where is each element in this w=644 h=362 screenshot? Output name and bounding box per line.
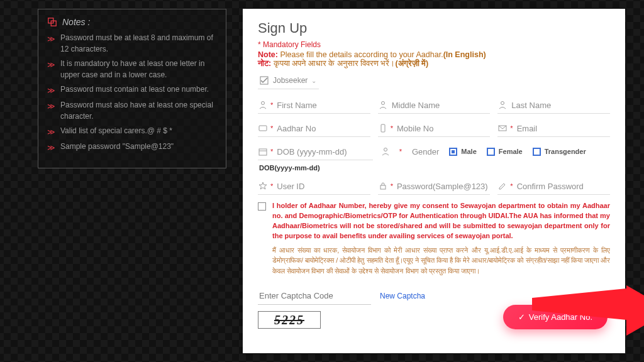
chevron-icon: ≫ (47, 101, 55, 122)
mail-icon (497, 123, 508, 133)
chevron-icon: ≫ (47, 33, 55, 55)
chevron-down-icon: ⌄ (311, 77, 316, 84)
person-icon (497, 100, 508, 110)
gender-trans[interactable]: Transgender (533, 148, 586, 156)
chevron-icon: ≫ (47, 59, 55, 80)
star-icon (258, 181, 268, 191)
pen-icon (497, 181, 508, 191)
notes-list: ≫Password must be at least 8 and maximum… (47, 32, 217, 153)
chevron-icon: ≫ (47, 85, 55, 96)
captcha-input[interactable] (258, 287, 371, 305)
note-item: It is mandatory to have at least one let… (60, 58, 217, 80)
consent-checkbox[interactable] (258, 202, 266, 211)
svg-point-5 (501, 102, 504, 105)
card-icon (258, 123, 268, 133)
middle-name-field[interactable]: Middle Name (378, 97, 491, 114)
password-field[interactable]: * Password(Sample@123) (378, 178, 491, 195)
userid-field[interactable]: * User ID (258, 178, 370, 195)
dob-field[interactable]: * DOB (yyyy-mm-dd) (258, 143, 373, 160)
gender-group: * Gender Male Female Transgender (380, 143, 610, 160)
new-captcha-link[interactable]: New Captcha (380, 292, 425, 300)
role-dropdown[interactable]: Jobseeker ⌄ (258, 74, 319, 89)
svg-point-3 (262, 102, 265, 105)
calendar-icon (258, 146, 268, 156)
note-item: Password must also have at least one spe… (60, 99, 217, 122)
check-icon: ✓ (518, 312, 525, 322)
chevron-icon: ≫ (47, 142, 55, 153)
page-title: Sign Up (258, 20, 610, 36)
note-item: Password must contain at least one numbe… (60, 84, 209, 96)
person-icon (380, 146, 391, 156)
first-name-field[interactable]: * First Name (258, 97, 370, 114)
role-label: Jobseeker (273, 76, 308, 85)
notes-icon (47, 17, 57, 27)
person-icon (258, 100, 268, 110)
aadhar-field[interactable]: * Aadhar No (258, 120, 370, 137)
mobile-field[interactable]: * Mobile No (378, 120, 491, 137)
checkbox-icon (533, 148, 541, 156)
captcha-image: 5225 (258, 311, 321, 329)
svg-point-4 (381, 102, 384, 105)
consent-text-en: I holder of Aadhaar Number, hereby give … (272, 201, 610, 241)
gender-female[interactable]: Female (487, 148, 523, 156)
note-hindi: नोट: कृपया अपने आधार के अनुसार विवरण भरे… (258, 59, 610, 69)
note-item: Valid list of special carers.@ # $ * (60, 125, 172, 138)
last-name-field[interactable]: Last Name (497, 97, 610, 114)
dob-hint: DOB(yyyy-mm-dd) (259, 164, 610, 172)
notes-title: Notes : (62, 17, 90, 27)
svg-rect-7 (381, 124, 385, 132)
checkbox-icon (449, 148, 457, 156)
svg-rect-6 (259, 126, 267, 131)
phone-icon (378, 123, 388, 133)
email-field[interactable]: * Email (497, 120, 610, 137)
verify-aadhar-button[interactable]: ✓ Verify Aadhar No. (503, 305, 608, 329)
notes-panel: Notes : ≫Password must be at least 8 and… (38, 9, 226, 168)
signup-card: Sign Up * Mandatory Fields Note: Please … (243, 9, 625, 353)
note-item: Password must be at least 8 and maximum … (60, 32, 217, 55)
person-icon (378, 100, 388, 110)
svg-rect-12 (380, 185, 386, 189)
checkbox-icon (487, 148, 495, 156)
gender-male[interactable]: Male (449, 148, 476, 156)
mandatory-text: * Mandatory Fields (258, 40, 610, 49)
confirm-password-field[interactable]: * Confirm Password (497, 178, 610, 195)
svg-point-11 (384, 148, 387, 151)
note-english: Note: Please fill the details according … (258, 50, 610, 59)
consent-text-hi: मैं आधार संख्या का धारक, सेवायोजन विभाग … (272, 245, 610, 277)
lock-icon (378, 181, 388, 191)
svg-rect-9 (259, 149, 267, 155)
note-item: Sample password "Sample@123" (60, 141, 174, 153)
chevron-icon: ≫ (47, 126, 55, 138)
check-icon (259, 75, 269, 85)
